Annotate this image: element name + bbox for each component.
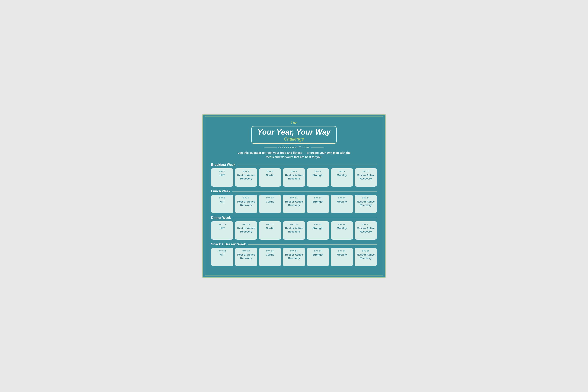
header-the: The	[211, 121, 377, 125]
day-activity-9: Rest or Active Recovery	[236, 200, 256, 207]
day-activity-15: HIIT	[220, 226, 225, 230]
day-activity-14: Rest or Active Recovery	[356, 200, 376, 207]
day-activity-24: Cardio	[266, 253, 274, 256]
day-number-3: DAY 3	[267, 170, 273, 172]
day-number-24: DAY 24	[266, 250, 274, 252]
day-card-2: DAY 2Rest or Active Recovery	[235, 168, 257, 186]
day-activity-26: Strength	[312, 253, 323, 256]
header-title-box: Your Year, Your Way Challenge	[251, 126, 337, 144]
week-header-2: Lunch Week	[211, 190, 377, 193]
day-activity-18: Rest or Active Recovery	[284, 226, 304, 234]
poster: The Your Year, Your Way Challenge LIVEST…	[202, 114, 386, 278]
day-activity-5: Strength	[312, 174, 323, 177]
day-activity-6: Mobility	[337, 174, 347, 177]
day-card-25: DAY 25Rest or Active Recovery	[283, 248, 305, 266]
week-grid-3: DAY 15HIITDAY 16Rest or Active RecoveryD…	[211, 221, 377, 240]
day-activity-19: Strength	[312, 226, 323, 230]
day-number-20: DAY 20	[338, 223, 346, 225]
week-line-3	[233, 218, 377, 218]
week-section-2: Lunch WeekDAY 8HIITDAY 9Rest or Active R…	[211, 190, 377, 213]
day-number-19: DAY 19	[314, 223, 322, 225]
day-activity-13: Mobility	[337, 200, 347, 204]
day-activity-28: Rest or Active Recovery	[356, 253, 376, 260]
day-number-17: DAY 17	[266, 223, 274, 225]
divider-line-right	[311, 147, 324, 148]
day-activity-12: Strength	[312, 200, 323, 204]
header-title: Your Year, Your Way	[257, 128, 331, 136]
day-activity-20: Mobility	[337, 226, 347, 230]
week-section-1: Breakfast WeekDAY 1HIITDAY 2Rest or Acti…	[211, 163, 377, 186]
day-card-6: DAY 6Mobility	[331, 168, 353, 186]
day-number-6: DAY 6	[339, 170, 345, 172]
day-card-20: DAY 20Mobility	[331, 221, 353, 240]
week-section-4: Snack + Dessert WeekDAY 22HIITDAY 23Rest…	[211, 242, 377, 266]
day-activity-17: Cardio	[266, 226, 274, 230]
day-number-16: DAY 16	[242, 223, 250, 225]
day-card-12: DAY 12Strength	[307, 195, 329, 213]
week-line-2	[232, 191, 377, 192]
day-activity-11: Rest or Active Recovery	[284, 200, 304, 207]
day-number-26: DAY 26	[314, 250, 322, 252]
day-card-28: DAY 28Rest or Active Recovery	[355, 248, 377, 266]
day-number-1: DAY 1	[219, 170, 225, 172]
day-card-17: DAY 17Cardio	[259, 221, 281, 240]
day-card-21: DAY 21Rest or Active Recovery	[355, 221, 377, 240]
day-card-24: DAY 24Cardio	[259, 248, 281, 266]
day-card-26: DAY 26Strength	[307, 248, 329, 266]
day-number-2: DAY 2	[243, 170, 249, 172]
day-activity-7: Rest or Active Recovery	[356, 174, 376, 180]
header-divider: LIVESTRONG™.COM	[211, 146, 377, 149]
day-card-9: DAY 9Rest or Active Recovery	[235, 195, 257, 213]
day-number-18: DAY 18	[290, 223, 298, 225]
day-number-12: DAY 12	[314, 197, 322, 199]
week-grid-4: DAY 22HIITDAY 23Rest or Active RecoveryD…	[211, 248, 377, 266]
day-activity-25: Rest or Active Recovery	[284, 253, 304, 260]
header-description: Use this calendar to track your food and…	[237, 151, 351, 159]
day-activity-2: Rest or Active Recovery	[236, 174, 256, 180]
day-card-11: DAY 11Rest or Active Recovery	[283, 195, 305, 213]
day-card-15: DAY 15HIIT	[211, 221, 233, 240]
day-number-5: DAY 5	[315, 170, 321, 172]
weeks-container: Breakfast WeekDAY 1HIITDAY 2Rest or Acti…	[211, 163, 377, 266]
week-label-3: Dinner Week	[211, 216, 231, 220]
day-card-5: DAY 5Strength	[307, 168, 329, 186]
week-header-1: Breakfast Week	[211, 163, 377, 167]
livestrong-label: LIVESTRONG™.COM	[278, 146, 310, 149]
day-number-13: DAY 13	[338, 197, 346, 199]
day-card-1: DAY 1HIIT	[211, 168, 233, 186]
day-card-19: DAY 19Strength	[307, 221, 329, 240]
day-number-22: DAY 22	[218, 250, 226, 252]
day-activity-1: HIIT	[220, 174, 225, 177]
day-card-16: DAY 16Rest or Active Recovery	[235, 221, 257, 240]
day-card-7: DAY 7Rest or Active Recovery	[355, 168, 377, 186]
day-number-25: DAY 25	[290, 250, 298, 252]
day-card-23: DAY 23Rest or Active Recovery	[235, 248, 257, 266]
day-card-10: DAY 10Cardio	[259, 195, 281, 213]
day-card-13: DAY 13Mobility	[331, 195, 353, 213]
day-number-27: DAY 27	[338, 250, 346, 252]
day-number-23: DAY 23	[242, 250, 250, 252]
week-label-4: Snack + Dessert Week	[211, 242, 246, 246]
header: The Your Year, Your Way Challenge LIVEST…	[211, 121, 377, 159]
day-number-11: DAY 11	[290, 197, 298, 199]
day-number-7: DAY 7	[363, 170, 369, 172]
week-line-1	[237, 164, 377, 165]
day-number-15: DAY 15	[218, 223, 226, 225]
week-label-2: Lunch Week	[211, 190, 230, 193]
day-card-14: DAY 14Rest or Active Recovery	[355, 195, 377, 213]
day-activity-4: Rest or Active Recovery	[284, 174, 304, 180]
day-activity-16: Rest or Active Recovery	[236, 226, 256, 234]
day-activity-8: HIIT	[220, 200, 225, 204]
day-card-27: DAY 27Mobility	[331, 248, 353, 266]
week-header-3: Dinner Week	[211, 216, 377, 220]
day-number-4: DAY 4	[291, 170, 297, 172]
divider-line-left	[264, 147, 277, 148]
day-number-10: DAY 10	[266, 197, 274, 199]
week-section-3: Dinner WeekDAY 15HIITDAY 16Rest or Activ…	[211, 216, 377, 240]
day-card-22: DAY 22HIIT	[211, 248, 233, 266]
day-card-8: DAY 8HIIT	[211, 195, 233, 213]
day-card-4: DAY 4Rest or Active Recovery	[283, 168, 305, 186]
header-challenge: Challenge	[257, 136, 331, 142]
day-activity-10: Cardio	[266, 200, 274, 204]
day-activity-3: Cardio	[266, 174, 274, 177]
